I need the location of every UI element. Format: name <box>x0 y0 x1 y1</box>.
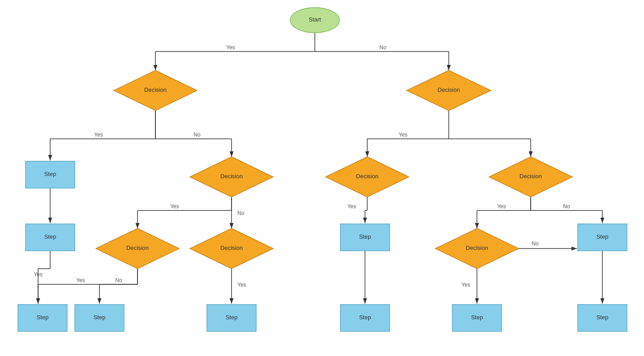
label-d8-no: No <box>532 240 539 247</box>
label-d5-yes: Yes <box>237 282 246 288</box>
step-2-label: Step <box>44 233 56 240</box>
step-8-label: Step <box>597 233 609 240</box>
label-d6-yes: Yes <box>347 203 356 210</box>
step-4-label: Step <box>94 314 106 321</box>
decision-d6-label: Decision <box>356 173 378 180</box>
step-1-label: Step <box>44 171 56 177</box>
step-3-label: Step <box>37 314 49 321</box>
step-7-label: Step <box>359 314 371 321</box>
decision-d2-label: Decision <box>438 86 460 93</box>
label-start-yes: Yes <box>226 44 235 51</box>
label-d3-yes: Yes <box>170 203 179 210</box>
step-9-label: Step <box>471 314 483 321</box>
label-d8-yes: Yes <box>461 282 470 288</box>
decision-d4-label: Decision <box>126 244 149 251</box>
decision-d8-label: Decision <box>466 244 488 251</box>
decision-d3-label: Decision <box>220 173 243 180</box>
step-5-label: Step <box>226 314 238 321</box>
decision-d7-label: Decision <box>519 173 542 180</box>
label-step2-yes: Yes <box>34 271 43 278</box>
label-d3-no: No <box>237 210 245 216</box>
label-d4-yes: Yes <box>76 277 85 283</box>
label-d7-yes: Yes <box>497 203 506 210</box>
step-10-label: Step <box>597 314 609 321</box>
label-d4-no: No <box>115 277 122 283</box>
decision-d1-label: Decision <box>144 86 167 93</box>
start-label: Start <box>309 16 321 23</box>
label-d1-yes: Yes <box>94 132 103 138</box>
step-6-label: Step <box>359 233 371 240</box>
label-d7-no: No <box>563 203 570 210</box>
decision-d5-label: Decision <box>220 244 243 251</box>
label-d1-no: No <box>193 132 201 138</box>
label-d2-yes: Yes <box>399 132 408 138</box>
label-start-no: No <box>379 44 386 51</box>
